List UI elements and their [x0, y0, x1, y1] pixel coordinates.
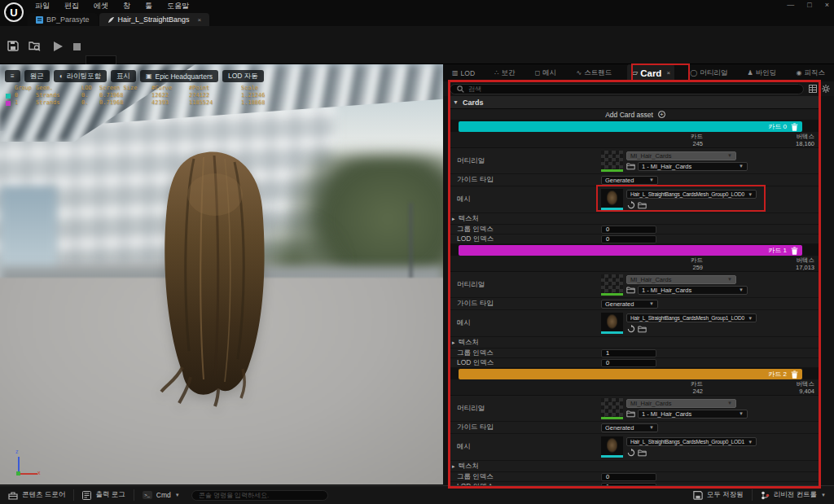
lod-index-input[interactable]: 0: [601, 235, 656, 243]
menu-item-3[interactable]: 창: [116, 1, 138, 11]
output-log-button[interactable]: 출력 로그: [74, 486, 133, 504]
material-slot-dropdown[interactable]: 1 - MI_Hair_Cards▼: [638, 410, 748, 419]
mesh-asset-dropdown-value: Hair_L_StraightBangs_CardsMesh_Group0_LO…: [630, 191, 744, 197]
vertex-count-value: 9,404: [703, 388, 814, 395]
group-index-input[interactable]: 0: [601, 226, 656, 234]
lod-index-input[interactable]: 0: [601, 359, 656, 367]
menu-item-2[interactable]: 에셋: [86, 1, 116, 11]
browse-mesh-icon[interactable]: [638, 448, 647, 457]
perspective-button[interactable]: 원근: [24, 70, 50, 82]
menu-item-4[interactable]: 툴: [138, 1, 160, 11]
show-flags-button[interactable]: 표시: [111, 70, 136, 82]
vertex-count-header: 버텍스: [703, 133, 814, 140]
cmd-dropdown[interactable]: >_ Cmd ▼: [134, 486, 188, 504]
all-saved-button[interactable]: 모두 저장됨: [685, 486, 752, 504]
delete-card-icon[interactable]: [791, 370, 798, 379]
group-index-input[interactable]: 0: [601, 473, 656, 481]
details-scroll-area[interactable]: ▼ Cards Add Card asset + 카드 0카드245버텍스18,…: [450, 96, 821, 485]
close-button[interactable]: ×: [825, 1, 829, 9]
unreal-logo-icon[interactable]: U: [4, 2, 24, 22]
maximize-button[interactable]: □: [807, 1, 811, 9]
tab-binding[interactable]: ♟바인딩: [744, 64, 781, 81]
lod-auto-button[interactable]: LOD 자동: [222, 70, 264, 82]
content-drawer-button[interactable]: 콘텐츠 드로어: [0, 486, 73, 504]
use-selected-asset-icon[interactable]: [626, 324, 635, 333]
material-asset-dropdown[interactable]: MI_Hair_Cards▼: [626, 275, 736, 284]
tab-material[interactable]: ◯머티리얼: [686, 64, 731, 81]
tab-physics[interactable]: ◉피직스: [792, 64, 828, 81]
console-command-input[interactable]: [199, 492, 321, 499]
mesh-thumbnail[interactable]: [601, 436, 623, 458]
mesh-asset-dropdown[interactable]: Hair_L_StraightBangs_CardsMesh_Group0_LO…: [626, 437, 757, 446]
material-asset-dropdown[interactable]: MI_Hair_Cards▼: [626, 151, 736, 160]
tab-interpolation-icon: ∴: [494, 69, 498, 77]
chevron-down-icon: ▼: [175, 493, 180, 497]
tab-mesh[interactable]: ◻메시: [531, 64, 561, 81]
expand-caret-icon[interactable]: ▸: [452, 340, 455, 346]
browse-mesh-icon[interactable]: [638, 324, 647, 333]
group-index-input[interactable]: 1: [601, 349, 656, 357]
delete-card-icon[interactable]: [791, 247, 798, 255]
material-thumbnail[interactable]: [601, 274, 623, 296]
mesh-thumbnail[interactable]: [601, 313, 623, 334]
tab-interpolation[interactable]: ∴보간: [490, 64, 519, 81]
browse-to-asset-icon[interactable]: [28, 39, 41, 52]
tab-card[interactable]: ▱Card×: [627, 64, 674, 81]
tab-label: BP_Parasyte: [46, 15, 90, 24]
cards-section-header[interactable]: ▼ Cards: [450, 96, 821, 109]
tab-hair-l-straightbangs[interactable]: Hair_L_StraightBangs ×: [99, 13, 210, 26]
material-slot-dropdown[interactable]: 1 - MI_Hair_Cards▼: [638, 286, 748, 295]
settings-gear-icon[interactable]: [821, 85, 830, 94]
search-input[interactable]: [468, 85, 797, 93]
material-slot-dropdown[interactable]: 1 - MI_Hair_Cards▼: [638, 162, 748, 171]
use-selected-asset-icon[interactable]: [626, 200, 635, 209]
tab-close-icon[interactable]: ×: [666, 69, 670, 77]
viewport-options-menu-button[interactable]: ≡: [5, 70, 20, 82]
delete-card-icon[interactable]: [791, 123, 798, 131]
hair-groom-model[interactable]: [137, 147, 280, 408]
card-header-bar[interactable]: 카드 2: [459, 369, 802, 379]
chevron-down-icon: ▼: [748, 316, 753, 321]
play-simulation-button[interactable]: [54, 42, 63, 51]
guide-type-dropdown[interactable]: Generated▼: [601, 423, 658, 432]
minimize-button[interactable]: —: [787, 1, 794, 9]
console-command-box[interactable]: [191, 490, 328, 501]
browse-material-icon[interactable]: [626, 286, 635, 295]
expand-caret-icon[interactable]: ▸: [452, 463, 455, 470]
viewport-3d[interactable]: ≡원근◐라이팅포함표시▣Epic HeadquartersLOD 자동 Grou…: [0, 64, 443, 484]
material-thumbnail[interactable]: [601, 151, 623, 172]
browse-material-icon[interactable]: [626, 162, 635, 171]
tab-strands[interactable]: ∿스트랜드: [573, 64, 617, 81]
card-header-bar[interactable]: 카드 0: [459, 121, 802, 132]
search-box[interactable]: [450, 84, 804, 94]
browse-mesh-icon[interactable]: [638, 200, 647, 209]
card-count-column: 카드242: [450, 380, 703, 395]
mesh-asset-dropdown[interactable]: Hair_L_StraightBangs_CardsMesh_Group0_LO…: [626, 190, 757, 199]
guide-type-dropdown[interactable]: Generated▼: [601, 176, 658, 185]
material-asset-dropdown[interactable]: MI_Hair_Cards▼: [626, 399, 736, 408]
save-icon[interactable]: [7, 39, 20, 52]
lit-mode-button[interactable]: ◐라이팅포함: [54, 70, 107, 82]
menu-item-1[interactable]: 편집: [57, 1, 86, 11]
mesh-asset-dropdown[interactable]: Hair_L_StraightBangs_CardsMesh_Group1_LO…: [626, 313, 757, 322]
tab-card-label: Card: [640, 68, 661, 78]
tab-lod[interactable]: ▥LOD: [448, 64, 479, 81]
material-thumbnail[interactable]: [601, 398, 623, 419]
display-grid-icon[interactable]: [808, 85, 817, 94]
menu-item-5[interactable]: 도움말: [160, 1, 196, 11]
add-card-asset-button[interactable]: Add Card asset +: [450, 109, 821, 121]
mesh-thumbnail[interactable]: [601, 189, 623, 210]
browse-material-icon[interactable]: [626, 410, 635, 419]
camera-preview-button[interactable]: ▣Epic Headquarters: [140, 70, 218, 82]
stop-simulation-button[interactable]: [73, 43, 81, 50]
expand-caret-icon[interactable]: ▸: [452, 216, 455, 222]
tab-close-icon[interactable]: ×: [198, 16, 202, 24]
guide-type-dropdown[interactable]: Generated▼: [601, 300, 658, 309]
group-index-row-label: 그룹 인덱스: [450, 348, 601, 358]
menu-item-0[interactable]: 파일: [28, 1, 57, 11]
use-selected-asset-icon[interactable]: [626, 448, 635, 457]
blueprint-icon: [36, 16, 43, 24]
revision-control-button[interactable]: 리비전 컨트롤 ▼: [753, 486, 834, 504]
tab-bp-parasyte[interactable]: BP_Parasyte: [28, 13, 98, 26]
card-header-bar[interactable]: 카드 1: [459, 245, 802, 256]
